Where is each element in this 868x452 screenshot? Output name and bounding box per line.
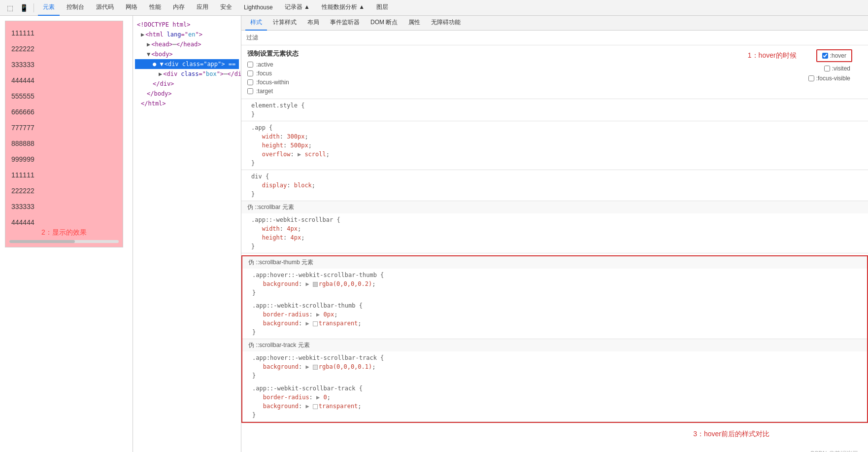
color-swatch-3[interactable] <box>313 365 318 370</box>
tab-source[interactable]: 源代码 <box>91 0 119 16</box>
tab-elements[interactable]: 元素 <box>38 0 60 16</box>
preview-panel: 1111112222223333334444445555556666667777… <box>0 16 133 452</box>
scrollbar-track-hover-rule: .app:hover::-webkit-scrollbar-track { ba… <box>242 351 867 382</box>
sub-tab-computed[interactable]: 计算样式 <box>268 16 301 31</box>
element-style-section: element.style { } <box>241 99 868 121</box>
color-swatch-4[interactable] <box>313 404 318 409</box>
scrollbar-header: 伪 ::scrollbar 元素 <box>241 201 868 213</box>
dom-head[interactable]: ▶<head>⋯</head> <box>135 39 239 49</box>
preview-number-item: 111111 <box>9 167 119 183</box>
checkbox-focus-input[interactable] <box>247 70 253 76</box>
main-layout: 1111112222223333334444445555556666667777… <box>0 16 868 452</box>
div-rule-section: div { display: block; } <box>241 170 868 201</box>
hover-checkbox-box: :hover <box>816 49 852 62</box>
checkbox-target-input[interactable] <box>247 88 253 94</box>
tab-performance[interactable]: 性能 <box>144 0 166 16</box>
scrollbar-track-section: 伪 ::scrollbar-track 元素 .app:hover::-webk… <box>242 339 867 422</box>
checkbox-focus[interactable]: :focus <box>247 70 748 77</box>
force-state-section: 强制设置元素状态 :active :focus :focus-within <box>241 45 868 99</box>
tab-application[interactable]: 应用 <box>192 0 213 16</box>
dom-close-div[interactable]: </div> <box>135 79 239 89</box>
force-state-checkboxes: :active :focus :focus-within :target <box>247 61 748 95</box>
scrollbar-thumb-header: 伪 ::scrollbar-thumb 元素 <box>242 256 867 269</box>
preview-scrollbar <box>9 240 119 243</box>
device-icon[interactable]: 📱 <box>18 2 30 14</box>
hover-checkbox[interactable] <box>822 53 828 59</box>
checkbox-active-input[interactable] <box>247 62 253 68</box>
element-style-rule: element.style { } <box>241 99 868 121</box>
dom-doctype[interactable]: <!DOCTYPE html> <box>135 20 239 30</box>
sub-tab-layout[interactable]: 布局 <box>302 16 324 31</box>
preview-label: 2：显示的效果 <box>41 228 87 237</box>
tab-lighthouse[interactable]: Lighthouse <box>239 0 278 16</box>
right-panel-area: 样式 计算样式 布局 事件监听器 DOM 断点 属性 无障碍功能 过滤 强制设置… <box>241 16 868 452</box>
orange-dot: ● <box>153 61 160 68</box>
focus-visible-checkbox[interactable] <box>808 75 814 81</box>
sub-tab-accessibility[interactable]: 无障碍功能 <box>426 16 466 31</box>
sub-toolbar: 样式 计算样式 布局 事件监听器 DOM 断点 属性 无障碍功能 <box>241 16 868 31</box>
filter-bar: 过滤 <box>241 31 868 45</box>
checkbox-active[interactable]: :active <box>247 61 748 68</box>
dom-close-body[interactable]: </body> <box>135 89 239 99</box>
sub-tab-styles[interactable]: 样式 <box>245 16 267 31</box>
force-state-title: 强制设置元素状态 <box>247 49 748 58</box>
preview-number-item: 555555 <box>9 88 119 104</box>
dom-body[interactable]: ▼<body> <box>135 49 239 59</box>
preview-number-item: 444444 <box>9 72 119 88</box>
dom-html[interactable]: ▶<html lang="en"> <box>135 30 239 39</box>
sub-tab-events[interactable]: 事件监听器 <box>325 16 365 31</box>
preview-number-item: 888888 <box>9 136 119 151</box>
toolbar-separator <box>33 3 34 12</box>
watermark: CSDN @前端张三 <box>241 445 868 452</box>
dom-panel: <!DOCTYPE html> ▶<html lang="en"> ▶<head… <box>133 16 241 452</box>
preview-number-item: 777777 <box>9 120 119 136</box>
annotation-3-container: 3：hover前后的样式对比 <box>241 425 868 445</box>
sub-tab-properties[interactable]: 属性 <box>403 16 425 31</box>
preview-number-item: 222222 <box>9 183 119 199</box>
preview-scrollbar-thumb <box>9 240 75 243</box>
focus-visible-label[interactable]: :focus-visible <box>808 75 852 82</box>
hover-checked-label[interactable]: :hover <box>822 52 846 59</box>
force-state-left: 强制设置元素状态 :active :focus :focus-within <box>247 49 748 95</box>
color-swatch-2[interactable] <box>313 321 318 326</box>
dom-div-app[interactable]: ● ▼<div class="app"> == $0 <box>135 59 239 69</box>
annotation-3: 3：hover前后的样式对比 <box>693 430 769 439</box>
checkbox-focus-within-input[interactable] <box>247 79 253 85</box>
visited-checkbox[interactable] <box>824 66 830 71</box>
preview-number-item: 111111 <box>9 25 119 41</box>
top-toolbar: ⬚ 📱 元素 控制台 源代码 网络 性能 内存 应用 安全 Lighthouse… <box>0 0 868 16</box>
preview-number-item: 333333 <box>9 57 119 72</box>
tab-perf-data[interactable]: 性能数据分析 ▲ <box>317 0 369 16</box>
styles-panel: 过滤 强制设置元素状态 :active :focus :focus-with <box>241 31 868 452</box>
tab-network[interactable]: 网络 <box>121 0 142 16</box>
div-rule: div { display: block; } <box>241 170 868 201</box>
scrollbar-track-rule: .app::-webkit-scrollbar-track { border-r… <box>242 382 867 421</box>
filter-label: 过滤 <box>246 34 258 42</box>
preview-number-item: 222222 <box>9 41 119 57</box>
scrollbar-thumb-section: 伪 ::scrollbar-thumb 元素 .app:hover::-webk… <box>242 256 867 339</box>
color-swatch-1[interactable] <box>313 282 318 287</box>
preview-number-item: 333333 <box>9 199 119 214</box>
scrollbar-section: 伪 ::scrollbar 元素 .app::-webkit-scrollbar… <box>241 201 868 253</box>
annotation-1: 1：hover的时候 <box>748 51 797 60</box>
highlighted-section: 伪 ::scrollbar-thumb 元素 .app:hover::-webk… <box>241 255 868 423</box>
sub-tab-dom-breakpoints[interactable]: DOM 断点 <box>366 16 402 31</box>
app-rule: .app { width: 300px; height: 500px; over… <box>241 121 868 170</box>
tab-layers[interactable]: 图层 <box>371 0 393 16</box>
scrollbar-rule: .app::-webkit-scrollbar { width: 4px; he… <box>241 213 868 253</box>
checkbox-target[interactable]: :target <box>247 88 748 95</box>
visited-label[interactable]: :visited <box>824 65 852 72</box>
tab-recorder[interactable]: 记录器 ▲ <box>280 0 315 16</box>
inspect-icon[interactable]: ⬚ <box>4 2 16 14</box>
app-rule-section: .app { width: 300px; height: 500px; over… <box>241 121 868 170</box>
preview-numbers: 1111112222223333334444445555556666667777… <box>9 25 119 230</box>
checkbox-focus-within[interactable]: :focus-within <box>247 79 748 86</box>
tab-security[interactable]: 安全 <box>215 0 237 16</box>
dom-div-box[interactable]: ▶<div class="box">⋯</div> <box>135 69 239 79</box>
dom-close-html[interactable]: </html> <box>135 99 239 108</box>
tab-memory[interactable]: 内存 <box>168 0 190 16</box>
scrollbar-thumb-hover-rule: .app:hover::-webkit-scrollbar-thumb { ba… <box>242 269 867 299</box>
scrollbar-track-header: 伪 ::scrollbar-track 元素 <box>242 339 867 351</box>
tab-console[interactable]: 控制台 <box>62 0 89 16</box>
preview-number-item: 999999 <box>9 151 119 167</box>
